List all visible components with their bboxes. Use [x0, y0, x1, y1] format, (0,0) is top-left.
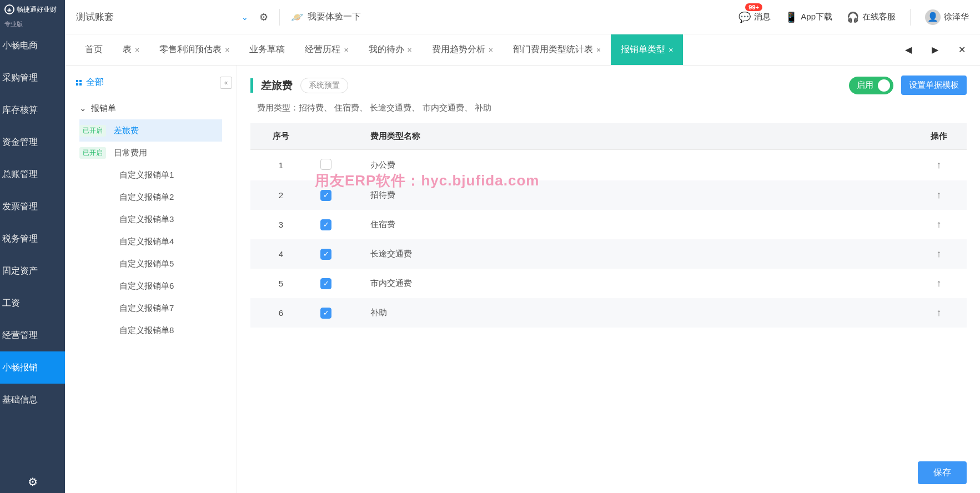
sidebar-item-4[interactable]: 总账管理	[0, 158, 65, 190]
brand-text: 畅捷通好业财	[17, 5, 57, 14]
tab-label: 零售利润预估表	[159, 44, 222, 56]
close-icon[interactable]: ×	[408, 46, 412, 54]
move-up-icon[interactable]: ↑	[937, 219, 942, 230]
close-icon[interactable]: ×	[344, 46, 348, 54]
online-support-button[interactable]: 🎧 在线客服	[847, 11, 896, 23]
enable-toggle[interactable]: 启用	[849, 77, 893, 94]
online-support-label: 在线客服	[862, 12, 896, 22]
tree-all-label: 全部	[86, 77, 104, 88]
tree-item-5[interactable]: 自定义报销单4	[79, 230, 222, 253]
row-checkbox[interactable]	[320, 159, 331, 170]
system-preset-tag: 系统预置	[300, 78, 348, 93]
collapse-tree-button[interactable]: «	[220, 77, 232, 89]
table-row: 3✓住宿费↑	[250, 210, 967, 239]
tab-4[interactable]: 经营历程×	[295, 34, 358, 65]
tab-8[interactable]: 报销单类型×	[611, 34, 683, 65]
row-checkbox[interactable]: ✓	[320, 308, 331, 319]
close-icon[interactable]: ×	[135, 46, 139, 54]
col-check-header	[311, 123, 361, 150]
col-op-header: 操作	[911, 123, 967, 150]
sidebar-item-11[interactable]: 基础信息	[0, 384, 65, 416]
tab-label: 业务草稿	[249, 44, 285, 56]
tab-scroll-left[interactable]: ◀	[901, 44, 916, 55]
tree-item-label: 自定义报销单3	[79, 214, 174, 225]
sidebar-item-2[interactable]: 库存核算	[0, 94, 65, 126]
try-experience-button[interactable]: 🪐 我要体验一下	[291, 11, 361, 23]
toggle-knob	[878, 79, 890, 92]
tab-label: 表	[123, 44, 132, 56]
user-menu[interactable]: 👤 徐泽华	[925, 9, 969, 25]
sidebar-item-6[interactable]: 税务管理	[0, 223, 65, 255]
messages-button[interactable]: 💬 消息 99+	[738, 11, 771, 23]
close-icon[interactable]: ×	[489, 46, 493, 54]
tree-item-0[interactable]: 已开启差旅费	[79, 119, 222, 142]
tree-item-label: 自定义报销单7	[79, 303, 174, 314]
move-up-icon[interactable]: ↑	[937, 248, 942, 259]
tab-label: 部门费用类型统计表	[513, 44, 593, 56]
close-icon[interactable]: ×	[596, 46, 601, 54]
sidebar-item-1[interactable]: 采购管理	[0, 62, 65, 94]
tab-7[interactable]: 部门费用类型统计表×	[503, 34, 611, 65]
col-seq-header: 序号	[250, 123, 311, 150]
tree-group-header[interactable]: ⌄ 报销单	[79, 97, 222, 119]
row-checkbox[interactable]: ✓	[320, 278, 331, 289]
set-template-button[interactable]: 设置单据模板	[901, 76, 967, 95]
tree-all-button[interactable]: 全部	[65, 77, 237, 97]
tab-5[interactable]: 我的待办×	[359, 34, 422, 65]
sidebar-item-10[interactable]: 小畅报销	[0, 351, 65, 384]
tab-1[interactable]: 表×	[113, 34, 149, 65]
tree-item-4[interactable]: 自定义报销单3	[79, 208, 222, 230]
row-checkbox[interactable]: ✓	[320, 219, 331, 230]
tab-label: 费用趋势分析	[432, 44, 485, 56]
tree-item-8[interactable]: 自定义报销单7	[79, 297, 222, 319]
app-download-button[interactable]: 📱 App下载	[785, 11, 832, 23]
save-button[interactable]: 保存	[918, 461, 967, 484]
tab-6[interactable]: 费用趋势分析×	[422, 34, 503, 65]
sidebar-item-5[interactable]: 发票管理	[0, 190, 65, 223]
tree-item-2[interactable]: 自定义报销单1	[79, 164, 222, 186]
cell-name: 长途交通费	[361, 239, 911, 269]
tree-item-7[interactable]: 自定义报销单6	[79, 275, 222, 297]
sidebar-item-7[interactable]: 固定资产	[0, 255, 65, 287]
tree-item-label: 日常费用	[112, 148, 147, 158]
tree-item-9[interactable]: 自定义报销单8	[79, 319, 222, 341]
sidebar-item-0[interactable]: 小畅电商	[0, 29, 65, 62]
tree-item-3[interactable]: 自定义报销单2	[79, 186, 222, 208]
move-up-icon[interactable]: ↑	[937, 307, 942, 318]
sidebar-item-9[interactable]: 经营管理	[0, 319, 65, 351]
tree-item-label: 自定义报销单2	[79, 192, 174, 203]
account-select[interactable]: 测试账套 ⌄	[76, 11, 248, 23]
app-download-label: App下载	[801, 12, 832, 22]
tree-item-1[interactable]: 已开启日常费用	[79, 142, 222, 164]
category-tree: 全部 « ⌄ 报销单 已开启差旅费已开启日常费用自定义报销单1自定义报销单2自定…	[65, 66, 237, 493]
tree-group-label: 报销单	[91, 103, 116, 114]
settings-gear-bottom[interactable]: ⚙	[0, 471, 65, 493]
messages-label: 消息	[754, 12, 771, 22]
tree-item-label: 自定义报销单5	[79, 259, 174, 269]
close-icon[interactable]: ×	[669, 46, 673, 54]
detail-panel: 差旅费 系统预置 启用 设置单据模板 费用类型：招待费、 住宿费、 长途交通费、…	[237, 66, 980, 493]
tree-item-6[interactable]: 自定义报销单5	[79, 253, 222, 275]
cell-seq: 4	[250, 239, 311, 269]
row-checkbox[interactable]: ✓	[320, 190, 331, 201]
account-select-label: 测试账套	[76, 11, 114, 23]
move-up-icon[interactable]: ↑	[937, 189, 942, 200]
sidebar-item-3[interactable]: 资金管理	[0, 126, 65, 158]
tab-close-all[interactable]: ✕	[954, 44, 970, 55]
tab-scroll-right[interactable]: ▶	[927, 44, 943, 55]
tab-0[interactable]: 首页	[75, 34, 113, 65]
move-up-icon[interactable]: ↑	[937, 159, 942, 170]
cell-name: 办公费	[361, 150, 911, 181]
headset-icon: 🎧	[847, 11, 859, 23]
row-checkbox[interactable]: ✓	[320, 249, 331, 260]
tab-2[interactable]: 零售利润预估表×	[149, 34, 239, 65]
gear-icon[interactable]: ⚙	[259, 11, 268, 23]
phone-icon: 📱	[785, 11, 797, 23]
tab-3[interactable]: 业务草稿	[239, 34, 295, 65]
move-up-icon[interactable]: ↑	[937, 278, 942, 289]
table-row: 6✓补助↑	[250, 298, 967, 328]
close-icon[interactable]: ×	[225, 46, 229, 54]
cell-seq: 2	[250, 180, 311, 210]
table-row: 5✓市内交通费↑	[250, 269, 967, 298]
sidebar-item-8[interactable]: 工资	[0, 287, 65, 319]
